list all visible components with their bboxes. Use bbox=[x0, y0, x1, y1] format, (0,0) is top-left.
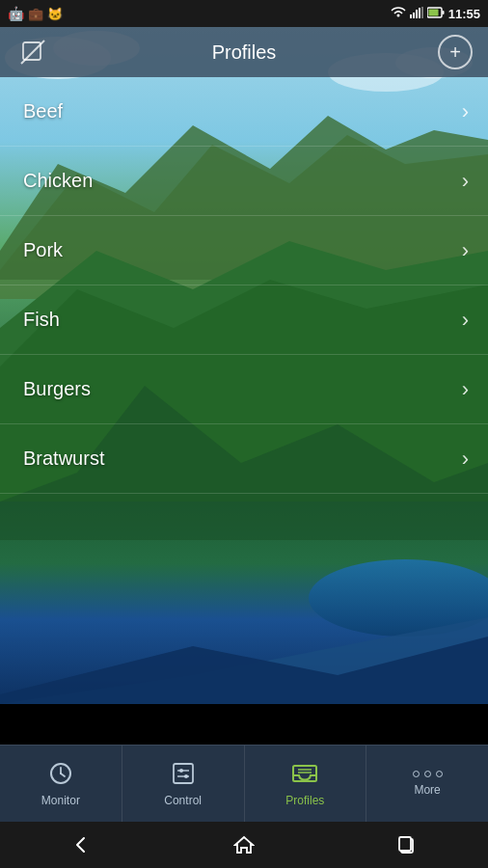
svg-rect-14 bbox=[413, 13, 415, 18]
add-button[interactable]: + bbox=[438, 35, 473, 69]
list-item[interactable]: Pork › bbox=[0, 216, 488, 285]
svg-marker-34 bbox=[235, 837, 253, 853]
item-label: Beef bbox=[23, 100, 63, 122]
time-display: 11:55 bbox=[448, 7, 480, 21]
tab-control-label: Control bbox=[164, 794, 202, 807]
status-icons-right: 11:55 bbox=[391, 5, 480, 22]
page-title: Profiles bbox=[50, 41, 438, 64]
chevron-right-icon: › bbox=[462, 99, 469, 124]
status-bar: 🤖 💼 🐱 11 bbox=[0, 0, 488, 27]
home-button[interactable] bbox=[215, 826, 273, 864]
item-label: Chicken bbox=[23, 170, 93, 192]
dots-icon bbox=[413, 771, 443, 777]
top-nav: Profiles + bbox=[0, 27, 488, 77]
cat-icon: 🐱 bbox=[47, 7, 63, 21]
tab-more[interactable]: More bbox=[366, 746, 488, 822]
chevron-right-icon: › bbox=[462, 308, 469, 333]
item-label: Bratwurst bbox=[23, 448, 104, 470]
svg-rect-13 bbox=[410, 14, 412, 18]
list-item[interactable]: Beef › bbox=[0, 77, 488, 147]
item-label: Fish bbox=[23, 309, 60, 331]
svg-rect-36 bbox=[399, 837, 411, 851]
wifi-icon bbox=[391, 5, 406, 22]
list-item[interactable]: Fish › bbox=[0, 285, 488, 355]
svg-rect-19 bbox=[442, 11, 444, 14]
sliders-icon bbox=[171, 761, 196, 790]
back-button[interactable] bbox=[52, 826, 110, 864]
chevron-right-icon: › bbox=[462, 377, 469, 402]
svg-point-30 bbox=[184, 774, 188, 778]
tab-monitor[interactable]: Monitor bbox=[0, 746, 122, 822]
signal-icon bbox=[410, 5, 423, 22]
edit-button[interactable] bbox=[15, 35, 50, 69]
list-item[interactable]: Chicken › bbox=[0, 147, 488, 216]
item-label: Pork bbox=[23, 239, 63, 261]
battery-icon bbox=[427, 5, 445, 22]
inbox-icon bbox=[291, 761, 318, 790]
add-icon: + bbox=[449, 41, 461, 64]
svg-line-25 bbox=[61, 773, 65, 776]
tab-profiles-label: Profiles bbox=[285, 794, 324, 807]
list-item[interactable]: Burgers › bbox=[0, 355, 488, 424]
chevron-right-icon: › bbox=[462, 447, 469, 472]
svg-rect-17 bbox=[421, 7, 423, 18]
chevron-right-icon: › bbox=[462, 238, 469, 263]
tab-control[interactable]: Control bbox=[122, 746, 245, 822]
svg-point-29 bbox=[179, 769, 183, 773]
svg-rect-15 bbox=[416, 10, 418, 18]
recents-button[interactable] bbox=[378, 826, 436, 864]
chevron-right-icon: › bbox=[462, 169, 469, 194]
status-icons-left: 🤖 💼 🐱 bbox=[8, 6, 63, 21]
svg-rect-16 bbox=[419, 8, 420, 18]
profile-list: Beef › Chicken › Pork › Fish › Burgers ›… bbox=[0, 77, 488, 494]
svg-rect-26 bbox=[174, 764, 193, 783]
edit-icon bbox=[19, 39, 46, 66]
tab-monitor-label: Monitor bbox=[41, 794, 80, 807]
tab-profiles[interactable]: Profiles bbox=[245, 746, 367, 822]
clock-icon bbox=[48, 761, 73, 790]
android-icon: 🤖 bbox=[8, 6, 24, 21]
bottom-tab-bar: Monitor Control Profiles bbox=[0, 745, 488, 822]
svg-rect-20 bbox=[428, 10, 438, 16]
bag-icon: 💼 bbox=[28, 7, 43, 21]
item-label: Burgers bbox=[23, 378, 91, 400]
system-nav-bar bbox=[0, 822, 488, 868]
list-item[interactable]: Bratwurst › bbox=[0, 424, 488, 494]
tab-more-label: More bbox=[414, 783, 440, 797]
svg-rect-21 bbox=[23, 42, 41, 60]
